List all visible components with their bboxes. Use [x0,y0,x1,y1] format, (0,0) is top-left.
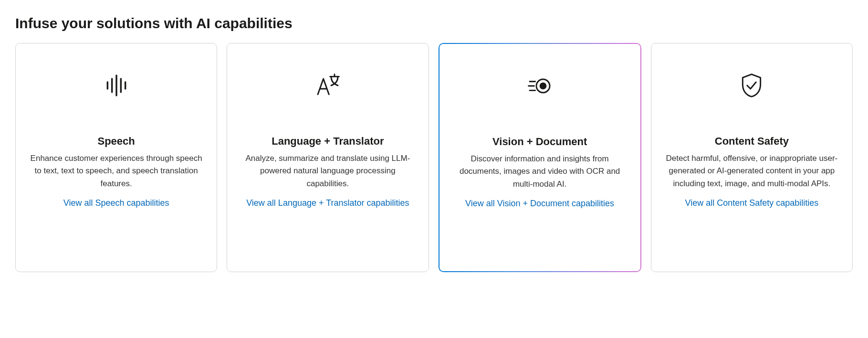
card-description: Analyze, summarize and translate using L… [239,152,417,190]
card-title: Speech [97,135,135,148]
capability-card-vision[interactable]: Vision + Document Discover information a… [439,43,641,272]
view-all-speech-link[interactable]: View all Speech capabilities [63,197,169,210]
view-all-content-safety-link[interactable]: View all Content Safety capabilities [685,197,818,210]
capability-card-language[interactable]: Language + Translator Analyze, summarize… [227,43,429,272]
card-title: Vision + Document [492,136,587,148]
svg-point-7 [540,83,546,89]
translate-icon [314,70,341,101]
capability-card-content-safety[interactable]: Content Safety Detect harmful, offensive… [651,43,853,272]
card-description: Discover information and insights from d… [451,153,629,190]
shield-check-icon [738,70,765,101]
vision-eye-icon [526,71,553,101]
section-heading: Infuse your solutions with AI capabiliti… [15,15,853,32]
capability-card-speech[interactable]: Speech Enhance customer experiences thro… [15,43,217,272]
view-all-language-link[interactable]: View all Language + Translator capabilit… [246,197,409,210]
card-description: Detect harmful, offensive, or inappropri… [663,152,841,190]
card-title: Language + Translator [272,135,384,148]
view-all-vision-link[interactable]: View all Vision + Document capabilities [465,197,614,210]
card-title: Content Safety [715,135,789,148]
card-description: Enhance customer experiences through spe… [27,152,205,190]
audio-wave-icon [103,70,130,101]
capability-cards-row: Speech Enhance customer experiences thro… [15,43,853,272]
